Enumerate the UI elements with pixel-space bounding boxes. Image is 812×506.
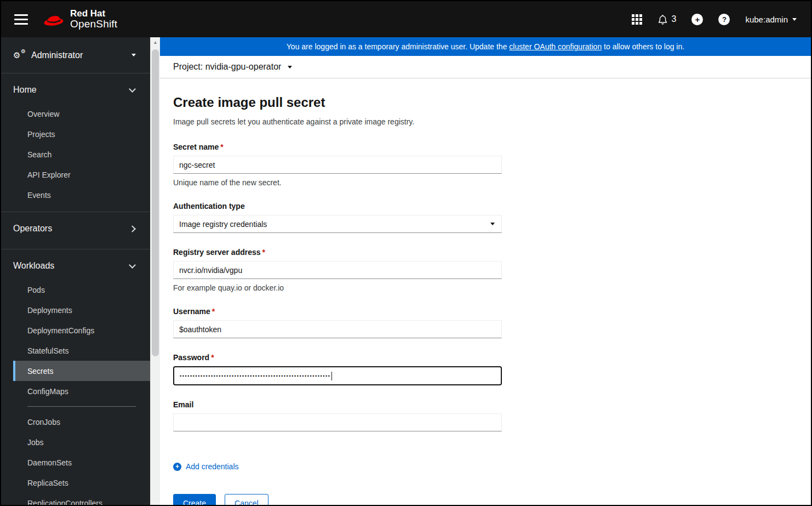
nav-group-operators-toggle[interactable]: Operators [1, 215, 150, 242]
create-image-pull-secret-page: Create image pull secret Image pull secr… [160, 78, 811, 505]
bell-icon [657, 14, 668, 25]
sidebar-item-secrets[interactable]: Secrets [13, 361, 150, 381]
registry-server-input[interactable] [173, 261, 502, 279]
required-asterisk: * [211, 353, 214, 362]
username-field-group: Username* [173, 307, 502, 338]
sidebar-item-daemonsets[interactable]: DaemonSets [13, 452, 150, 473]
banner-text-after: to allow others to log in. [602, 42, 684, 51]
secret-name-input[interactable] [173, 156, 502, 174]
notification-count: 3 [672, 14, 677, 24]
caret-down-icon[interactable] [288, 66, 292, 69]
password-field-group: Password* ••••••••••••••••••••••••••••••… [173, 353, 502, 385]
create-button[interactable]: Create [173, 494, 216, 505]
registry-server-label: Registry server address* [173, 248, 502, 257]
sidebar-item-jobs[interactable]: Jobs [13, 432, 150, 452]
password-label: Password* [173, 353, 502, 362]
password-input[interactable]: ••••••••••••••••••••••••••••••••••••••••… [173, 366, 502, 385]
nav-divider [27, 406, 136, 407]
sidebar-nav: ⚙ ⚙ Administrator Home Overview Projects… [1, 37, 150, 505]
username: kube:admin [745, 15, 788, 24]
add-credentials-button[interactable]: + Add credentials [173, 462, 239, 471]
add-credentials-label: Add credentials [186, 462, 239, 471]
registry-server-field-group: Registry server address* For example qua… [173, 248, 502, 292]
authentication-type-label: Authentication type [173, 202, 502, 211]
email-input[interactable] [173, 413, 502, 431]
caret-down-icon [490, 223, 495, 225]
sidebar-item-deployments[interactable]: Deployments [13, 300, 150, 320]
secret-name-label: Secret name* [173, 143, 502, 151]
brand-line1: Red Hat [70, 9, 117, 19]
nav-group-home-toggle[interactable]: Home [1, 76, 150, 104]
menu-toggle-button[interactable] [14, 12, 28, 27]
cogs-icon: ⚙ ⚙ [13, 50, 27, 61]
sidebar-item-api-explorer[interactable]: API Explorer [13, 164, 150, 185]
required-asterisk: * [212, 307, 215, 316]
sidebar-item-pods[interactable]: Pods [13, 280, 150, 300]
caret-down-icon [131, 54, 136, 56]
secret-name-help: Unique name of the new secret. [173, 178, 502, 187]
sidebar-item-replicasets[interactable]: ReplicaSets [13, 473, 150, 493]
password-masked-value: ••••••••••••••••••••••••••••••••••••••••… [180, 373, 331, 379]
username-input[interactable] [173, 320, 502, 338]
authentication-type-select[interactable]: Image registry credentials [173, 215, 502, 233]
chevron-down-icon [129, 86, 136, 93]
page-title: Create image pull secret [173, 95, 798, 110]
plus-circle-icon: + [691, 14, 703, 25]
redhat-openshift-logo: Red Hat OpenShift [42, 9, 117, 30]
text-cursor [331, 372, 332, 380]
app-launcher-button[interactable] [632, 14, 642, 25]
email-field-group: Email [173, 400, 502, 431]
redhat-fedora-icon [42, 11, 65, 27]
main-area: You are logged in as a temporary adminis… [160, 37, 811, 505]
help-button[interactable]: ? [718, 14, 730, 25]
brand-line2: OpenShift [70, 19, 117, 30]
sidebar-item-replicationcontrollers[interactable]: ReplicationControllers [13, 493, 150, 505]
secret-name-field-group: Secret name* Unique name of the new secr… [173, 143, 502, 187]
nav-group-workloads-toggle[interactable]: Workloads [1, 252, 150, 280]
nav-group-workloads: Workloads Pods Deployments DeploymentCon… [1, 249, 150, 505]
cancel-button[interactable]: Cancel [225, 494, 268, 505]
sidebar-scrollbar[interactable]: ▲ [150, 37, 160, 505]
sidebar-item-overview[interactable]: Overview [13, 104, 150, 124]
authentication-type-value: Image registry credentials [179, 220, 267, 229]
email-label: Email [173, 400, 502, 409]
cluster-oauth-configuration-link[interactable]: cluster OAuth configuration [509, 42, 602, 51]
chevron-down-icon [792, 18, 797, 21]
sidebar-item-search[interactable]: Search [13, 144, 150, 164]
form-actions: Create Cancel [173, 494, 798, 505]
project-bar: Project: nvidia-gpu-operator [160, 56, 811, 78]
perspective-switcher[interactable]: ⚙ ⚙ Administrator [1, 37, 150, 73]
perspective-label: Administrator [31, 50, 131, 60]
user-menu[interactable]: kube:admin [745, 15, 797, 24]
username-label: Username* [173, 307, 502, 316]
required-asterisk: * [262, 248, 265, 257]
import-yaml-button[interactable]: + [691, 14, 703, 25]
sidebar-item-deploymentconfigs[interactable]: DeploymentConfigs [13, 320, 150, 340]
nav-group-operators: Operators [1, 212, 150, 249]
sidebar-item-statefulsets[interactable]: StatefulSets [13, 340, 150, 361]
nav-group-home: Home Overview Projects Search API Explor… [1, 73, 150, 212]
chevron-down-icon [129, 261, 136, 269]
app-launcher-grid-icon [632, 14, 642, 25]
registry-server-help: For example quay.io or docker.io [173, 283, 502, 292]
scrollbar-up-arrow-icon[interactable]: ▲ [151, 37, 160, 45]
app-window: Red Hat OpenShift 3 + [0, 0, 812, 506]
sidebar-item-events[interactable]: Events [13, 185, 150, 205]
temp-admin-banner: You are logged in as a temporary adminis… [160, 37, 811, 56]
sidebar-item-cronjobs[interactable]: CronJobs [13, 412, 150, 432]
required-asterisk: * [220, 143, 223, 151]
notifications-button[interactable]: 3 [657, 14, 677, 25]
project-selector[interactable]: Project: nvidia-gpu-operator [173, 62, 281, 72]
page-description: Image pull secrets let you authenticate … [173, 117, 798, 126]
scrollbar-thumb[interactable] [152, 49, 159, 356]
question-circle-icon: ? [718, 14, 730, 25]
masthead: Red Hat OpenShift 3 + [1, 1, 811, 37]
banner-text-before: You are logged in as a temporary adminis… [287, 42, 510, 51]
chevron-right-icon [129, 225, 136, 232]
plus-circle-icon: + [173, 463, 181, 471]
sidebar-item-configmaps[interactable]: ConfigMaps [13, 381, 150, 401]
authentication-type-field-group: Authentication type Image registry crede… [173, 202, 502, 233]
sidebar-item-projects[interactable]: Projects [13, 124, 150, 144]
